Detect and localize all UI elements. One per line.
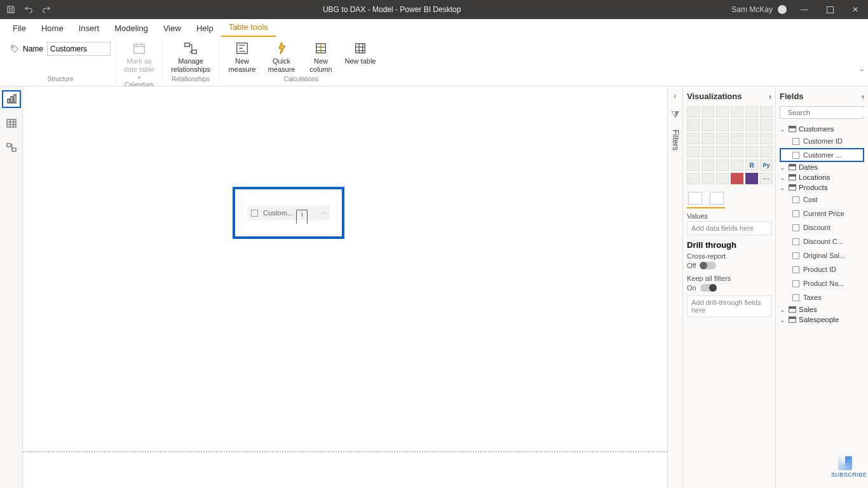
field-customer-id[interactable]: Customer ID <box>780 134 864 148</box>
key-influencers-icon[interactable] <box>687 173 700 184</box>
keep-filters-toggle[interactable] <box>700 284 717 292</box>
user-name[interactable]: Sam McKay <box>731 5 773 14</box>
collapse-ribbon-icon[interactable]: ⌃ <box>859 69 864 76</box>
manage-relationships-button[interactable]: Manage relationships <box>168 39 214 73</box>
shape-map-icon[interactable] <box>716 146 729 158</box>
checkbox-icon[interactable] <box>792 138 799 145</box>
card-icon[interactable] <box>745 146 758 158</box>
drill-dropwell[interactable]: Add drill-through fields here <box>687 295 771 317</box>
qa-icon[interactable] <box>716 173 729 184</box>
clustered-bar-icon[interactable] <box>716 106 729 118</box>
redo-icon[interactable] <box>42 5 51 14</box>
checkbox-icon[interactable] <box>792 252 799 259</box>
table-name-input[interactable] <box>47 42 111 56</box>
r-visual-icon[interactable]: R <box>745 159 758 171</box>
table-dates[interactable]: ⌄Dates <box>780 162 864 172</box>
fields-tab-icon[interactable] <box>688 192 702 205</box>
data-view-button[interactable] <box>2 114 21 132</box>
map-icon[interactable] <box>687 146 700 158</box>
checkbox-icon[interactable] <box>792 280 799 287</box>
cross-report-toggle[interactable] <box>700 262 716 269</box>
table-locations[interactable]: ⌄Locations <box>780 172 864 182</box>
checkbox-icon[interactable] <box>792 224 799 231</box>
field-original-sal[interactable]: Original Sal... <box>780 248 864 262</box>
table-products[interactable]: ⌄Products <box>780 182 864 193</box>
checkbox-icon[interactable] <box>251 210 258 217</box>
more-visuals-icon[interactable]: ⋯ <box>760 173 773 184</box>
chevron-left-icon[interactable]: ‹ <box>674 92 677 100</box>
matrix-icon[interactable] <box>731 159 743 171</box>
field-product-id[interactable]: Product ID <box>780 262 864 276</box>
close-button[interactable]: ✕ <box>843 0 868 19</box>
filled-map-icon[interactable] <box>702 146 714 158</box>
values-dropwell[interactable]: Add data fields here <box>687 221 771 235</box>
visual-placeholder[interactable]: Custom... ⋯ <box>233 187 344 239</box>
multi-card-icon[interactable] <box>760 146 773 158</box>
tab-table-tools[interactable]: Table tools <box>221 18 276 37</box>
kpi-icon[interactable] <box>687 159 700 171</box>
field-product-name[interactable]: Product Na... <box>780 276 864 290</box>
expand-fields-icon[interactable]: › <box>862 92 864 101</box>
field-discount-c[interactable]: Discount C... <box>780 234 864 248</box>
new-measure-button[interactable]: New measure <box>224 39 260 73</box>
field-taxes[interactable]: Taxes <box>780 290 864 304</box>
line-clustered-icon[interactable] <box>745 119 758 131</box>
arcgis-icon[interactable] <box>745 173 758 184</box>
field-customer-name[interactable]: Customer ... <box>780 148 864 162</box>
new-table-button[interactable]: New table <box>342 39 378 65</box>
paginated-icon[interactable] <box>731 173 743 184</box>
stacked-bar-icon[interactable] <box>687 106 700 118</box>
minimize-button[interactable]: — <box>792 0 817 19</box>
report-view-button[interactable] <box>2 90 21 108</box>
waterfall-icon[interactable] <box>687 133 700 144</box>
expand-icon[interactable]: › <box>769 92 771 101</box>
100-column-icon[interactable] <box>760 106 773 118</box>
treemap-icon[interactable] <box>760 133 773 144</box>
tab-insert[interactable]: Insert <box>71 20 107 37</box>
checkbox-icon[interactable] <box>792 196 799 203</box>
decomposition-icon[interactable] <box>702 173 714 184</box>
stacked-area-icon[interactable] <box>716 119 729 131</box>
slicer-icon[interactable] <box>702 159 714 171</box>
field-discount[interactable]: Discount <box>780 220 864 234</box>
checkbox-icon[interactable] <box>792 238 799 245</box>
line-column-icon[interactable] <box>731 119 743 131</box>
field-current-price[interactable]: Current Price <box>780 207 864 220</box>
new-column-button[interactable]: New column <box>303 39 339 73</box>
scatter-icon[interactable] <box>716 133 729 144</box>
tab-home[interactable]: Home <box>34 20 71 37</box>
tab-modeling[interactable]: Modeling <box>107 20 156 37</box>
model-view-button[interactable] <box>2 139 21 156</box>
tab-view[interactable]: View <box>156 20 189 37</box>
checkbox-icon[interactable] <box>792 210 799 217</box>
line-icon[interactable] <box>687 119 700 131</box>
table-customers[interactable]: ⌄Customers <box>780 124 864 134</box>
stacked-column-icon[interactable] <box>702 106 714 118</box>
search-input[interactable] <box>788 109 868 116</box>
table-visual-icon[interactable] <box>716 159 729 171</box>
format-tab-icon[interactable] <box>710 192 724 205</box>
checkbox-icon[interactable] <box>792 294 799 301</box>
subscribe-badge[interactable]: SUBSCRIBE <box>831 456 859 478</box>
clustered-column-icon[interactable] <box>731 106 743 118</box>
100-bar-icon[interactable] <box>745 106 758 118</box>
more-icon[interactable]: ⋯ <box>320 210 327 217</box>
ribbon-icon[interactable] <box>760 119 773 131</box>
checkbox-icon[interactable] <box>792 266 799 273</box>
tab-help[interactable]: Help <box>189 20 221 37</box>
gauge-icon[interactable] <box>731 146 743 158</box>
avatar-icon[interactable] <box>778 5 787 14</box>
field-cost[interactable]: Cost <box>780 193 864 207</box>
funnel-icon[interactable] <box>702 133 714 144</box>
area-icon[interactable] <box>702 119 714 131</box>
filters-pane-collapsed[interactable]: ‹ ⧩ Filters <box>667 86 682 488</box>
tab-file[interactable]: File <box>5 20 34 37</box>
table-salespeople[interactable]: ⌄Salespeople <box>780 315 864 325</box>
maximize-button[interactable] <box>817 0 843 19</box>
mark-as-date-button[interactable]: Mark as date table ▾ <box>121 39 157 81</box>
donut-icon[interactable] <box>745 133 758 144</box>
undo-icon[interactable] <box>24 5 33 14</box>
py-visual-icon[interactable]: Py <box>760 159 773 171</box>
quick-measure-button[interactable]: Quick measure <box>264 39 299 73</box>
pie-icon[interactable] <box>731 133 743 144</box>
